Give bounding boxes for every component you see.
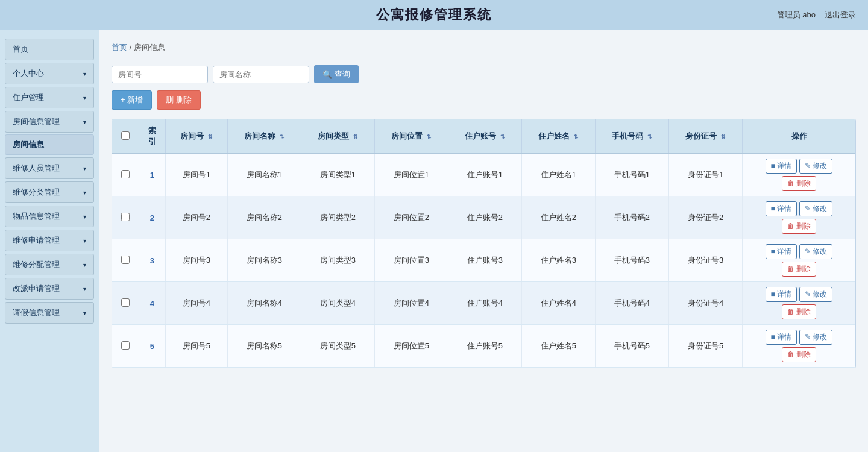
sidebar-item-repair-assign[interactable]: 维修分配管理 ▾ [5, 254, 94, 275]
sidebar-btn-leave-info[interactable]: 请假信息管理 ▾ [5, 302, 94, 324]
sidebar-item-repair-apply[interactable]: 维修申请管理 ▾ [5, 230, 94, 251]
cell-room-name: 房间名称4 [227, 282, 301, 325]
cell-checkbox [112, 239, 139, 282]
sidebar-item-resident[interactable]: 住户管理 ▾ [5, 87, 94, 108]
th-index: 索引 [139, 119, 166, 154]
th-resident-account: 住户账号 ⇅ [448, 119, 521, 154]
sidebar-item-repair-category[interactable]: 维修分类管理 ▾ [5, 181, 94, 203]
op-buttons: ■ 详情 ✎ 修改 🗑 删除 [747, 287, 851, 319]
edit-button[interactable]: ✎ 修改 [799, 201, 832, 216]
cell-phone: 手机号码5 [595, 325, 668, 368]
op-row-top: ■ 详情 ✎ 修改 [766, 330, 833, 345]
sidebar-item-home[interactable]: 首页 [5, 39, 94, 60]
cell-room-type: 房间类型5 [301, 325, 374, 368]
sidebar-item-reassign-apply[interactable]: 改派申请管理 ▾ [5, 278, 94, 300]
th-room-number: 房间号 ⇅ [165, 119, 227, 154]
row-delete-button[interactable]: 🗑 删除 [782, 347, 816, 362]
sidebar-btn-home[interactable]: 首页 [5, 39, 94, 60]
cell-checkbox [112, 282, 139, 325]
cell-room-type: 房间类型1 [301, 154, 374, 196]
table-row: 4 房间号4 房间名称4 房间类型4 房间位置4 住户账号4 住户姓名4 手机号… [112, 282, 855, 325]
chevron-icon: ▾ [83, 165, 86, 172]
logout-link[interactable]: 退出登录 [825, 10, 856, 20]
op-row-bottom: 🗑 删除 [782, 176, 816, 191]
cell-operation: ■ 详情 ✎ 修改 🗑 删除 [743, 154, 855, 196]
sidebar-btn-repair-apply[interactable]: 维修申请管理 ▾ [5, 230, 94, 251]
row-checkbox[interactable] [121, 298, 130, 307]
op-row-bottom: 🗑 删除 [782, 219, 816, 234]
cell-room-location: 房间位置4 [374, 282, 448, 325]
cell-operation: ■ 详情 ✎ 修改 🗑 删除 [743, 282, 855, 325]
chevron-icon: ▾ [83, 262, 86, 268]
sidebar-btn-room-info[interactable]: 房间信息 [5, 134, 94, 155]
chevron-icon: ▾ [83, 310, 86, 316]
detail-button[interactable]: ■ 详情 [766, 287, 797, 302]
sidebar-item-leave-info[interactable]: 请假信息管理 ▾ [5, 302, 94, 324]
main-content: 首页 / 房间信息 🔍 查询 + 新增 删 删除 索引 [99, 30, 868, 452]
edit-button[interactable]: ✎ 修改 [799, 287, 832, 302]
sidebar-btn-room-mgmt[interactable]: 房间信息管理 ▾ [5, 111, 94, 133]
select-all-checkbox[interactable] [121, 131, 130, 140]
cell-idcard: 身份证号4 [669, 282, 743, 325]
sidebar-item-room-mgmt[interactable]: 房间信息管理 ▾ 房间信息 [5, 111, 94, 155]
cell-resident-account: 住户账号2 [448, 196, 521, 239]
row-delete-button[interactable]: 🗑 删除 [782, 304, 816, 319]
sidebar-item-item-info[interactable]: 物品信息管理 ▾ [5, 206, 94, 227]
cell-checkbox [112, 325, 139, 368]
edit-button[interactable]: ✎ 修改 [799, 244, 832, 259]
cell-index: 4 [139, 282, 166, 325]
th-phone: 手机号码 ⇅ [595, 119, 668, 154]
cell-idcard: 身份证号1 [669, 154, 743, 196]
row-checkbox[interactable] [121, 341, 130, 350]
row-checkbox[interactable] [121, 170, 130, 178]
cell-index: 1 [139, 154, 166, 196]
sidebar-btn-item-info[interactable]: 物品信息管理 ▾ [5, 206, 94, 227]
chevron-icon: ▾ [83, 119, 86, 125]
header: 公寓报修管理系统 管理员 abo 退出登录 [0, 0, 868, 30]
detail-button[interactable]: ■ 详情 [766, 201, 797, 216]
sidebar-item-personal[interactable]: 个人中心 ▾ [5, 63, 94, 84]
edit-button[interactable]: ✎ 修改 [799, 330, 832, 345]
cell-room-type: 房间类型3 [301, 239, 374, 282]
sidebar-btn-repair-category[interactable]: 维修分类管理 ▾ [5, 181, 94, 203]
row-checkbox[interactable] [121, 256, 130, 264]
cell-checkbox [112, 196, 139, 239]
sidebar-item-repair-staff[interactable]: 维修人员管理 ▾ [5, 157, 94, 179]
row-delete-button[interactable]: 🗑 删除 [782, 176, 816, 191]
sidebar-btn-reassign-apply[interactable]: 改派申请管理 ▾ [5, 278, 94, 300]
cell-operation: ■ 详情 ✎ 修改 🗑 删除 [743, 239, 855, 282]
cell-room-type: 房间类型4 [301, 282, 374, 325]
detail-button[interactable]: ■ 详情 [766, 159, 797, 174]
add-button[interactable]: + 新增 [112, 90, 152, 110]
edit-button[interactable]: ✎ 修改 [799, 159, 832, 174]
cell-resident-account: 住户账号5 [448, 325, 521, 368]
cell-room-number: 房间号1 [165, 154, 227, 196]
detail-button[interactable]: ■ 详情 [766, 330, 797, 345]
op-buttons: ■ 详情 ✎ 修改 🗑 删除 [747, 201, 851, 234]
cell-room-location: 房间位置1 [374, 154, 448, 196]
row-delete-button[interactable]: 🗑 删除 [782, 262, 816, 277]
detail-button[interactable]: ■ 详情 [766, 244, 797, 259]
cell-resident-account: 住户账号4 [448, 282, 521, 325]
row-checkbox[interactable] [121, 213, 130, 221]
sidebar-btn-personal[interactable]: 个人中心 ▾ [5, 63, 94, 84]
room-name-input[interactable] [213, 66, 309, 83]
sidebar-btn-resident[interactable]: 住户管理 ▾ [5, 87, 94, 108]
chevron-icon: ▾ [83, 237, 86, 244]
header-right: 管理员 abo 退出登录 [777, 10, 856, 20]
th-room-type: 房间类型 ⇅ [301, 119, 374, 154]
breadcrumb: 首页 / 房间信息 [112, 39, 856, 56]
sidebar-btn-repair-assign[interactable]: 维修分配管理 ▾ [5, 254, 94, 275]
row-delete-button[interactable]: 🗑 删除 [782, 219, 816, 234]
cell-resident-name: 住户姓名5 [521, 325, 595, 368]
batch-delete-button[interactable]: 删 删除 [157, 90, 201, 110]
app-title: 公寓报修管理系统 [376, 6, 492, 24]
sidebar-btn-repair-staff[interactable]: 维修人员管理 ▾ [5, 157, 94, 179]
search-button[interactable]: 🔍 查询 [314, 65, 359, 83]
breadcrumb-home[interactable]: 首页 [112, 43, 127, 52]
cell-room-number: 房间号5 [165, 325, 227, 368]
room-number-input[interactable] [112, 66, 208, 83]
chevron-icon: ▾ [83, 213, 86, 220]
cell-phone: 手机号码1 [595, 154, 668, 196]
th-resident-name: 住户姓名 ⇅ [521, 119, 595, 154]
